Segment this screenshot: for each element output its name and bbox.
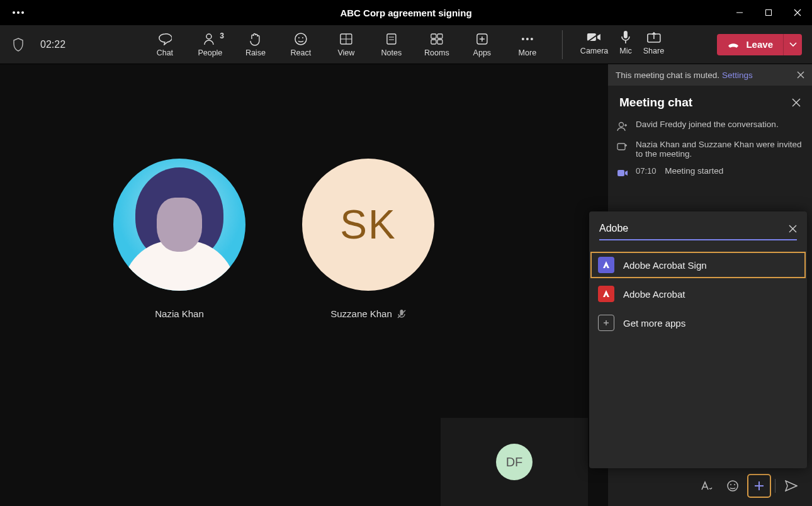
emoji-icon[interactable] (722, 475, 743, 497)
chat-close-icon[interactable] (792, 98, 801, 107)
svg-rect-36 (617, 170, 624, 176)
svg-point-34 (619, 123, 624, 127)
chat-icon (158, 32, 172, 46)
svg-point-7 (302, 37, 303, 38)
title-bar: ABC Corp agreement signing (0, 0, 812, 25)
svg-rect-14 (431, 34, 436, 38)
app-search-input[interactable] (599, 223, 789, 234)
format-icon[interactable] (696, 475, 717, 497)
svg-rect-1 (766, 10, 772, 16)
people-icon (203, 32, 217, 46)
avatar: SK (302, 159, 434, 291)
add-app-icon[interactable] (748, 475, 770, 497)
react-tab[interactable]: React (284, 30, 318, 59)
chat-title: Meeting chat (619, 96, 692, 110)
more-tab[interactable]: More (510, 30, 544, 59)
raise-hand-tab[interactable]: Raise (239, 30, 273, 59)
self-avatar: DF (496, 444, 533, 480)
window-title: ABC Corp agreement signing (340, 8, 471, 18)
compose-bar (608, 471, 812, 501)
chat-header: Meeting chat (608, 86, 812, 116)
person-add-icon (617, 121, 628, 132)
banner-close-icon[interactable] (797, 71, 804, 79)
svg-rect-16 (431, 40, 436, 44)
toolbar-divider (562, 30, 563, 59)
svg-point-42 (730, 484, 731, 485)
notes-icon (386, 32, 397, 46)
elapsed-time: 02:22 (40, 39, 65, 50)
app-result-acrobat[interactable]: Adobe Acrobat (589, 279, 807, 308)
leave-button[interactable]: Leave (717, 34, 783, 55)
leave-dropdown[interactable] (783, 34, 802, 55)
svg-rect-26 (624, 31, 628, 38)
mic-muted-icon (397, 309, 406, 319)
maximize-button[interactable] (754, 0, 783, 25)
svg-point-6 (298, 37, 300, 38)
camera-toggle[interactable]: Camera (580, 30, 608, 59)
chevron-down-icon (789, 42, 797, 47)
plus-box-icon (598, 315, 614, 331)
chat-settings-link[interactable]: Settings (722, 70, 753, 80)
hand-icon (249, 32, 262, 46)
svg-point-23 (531, 38, 533, 40)
rooms-tab[interactable]: Rooms (420, 30, 454, 59)
person-invite-icon (617, 141, 628, 152)
svg-rect-15 (437, 34, 443, 38)
mic-icon (621, 30, 631, 44)
apps-icon (476, 32, 488, 46)
apps-tab[interactable]: Apps (465, 30, 499, 59)
svg-rect-17 (437, 40, 443, 44)
notes-tab[interactable]: Notes (375, 30, 409, 59)
people-tab[interactable]: 3 People (193, 30, 227, 59)
adobe-acrobat-icon (598, 286, 614, 302)
grid-icon (340, 32, 352, 46)
rooms-icon (431, 32, 443, 46)
avatar-initials: SK (340, 201, 396, 248)
share-icon (646, 30, 660, 44)
avatar (113, 159, 245, 291)
participant-tile-1[interactable]: Nazia Khan (113, 159, 245, 319)
self-video-tile[interactable]: DF (441, 418, 588, 506)
participant-name: Suzzane Khan (330, 308, 392, 319)
chat-tab[interactable]: Chat (148, 30, 182, 59)
send-icon[interactable] (781, 475, 802, 497)
chat-system-message: David Freddy joined the conversation. (617, 120, 803, 132)
svg-point-4 (206, 34, 211, 39)
view-tab[interactable]: View (329, 30, 363, 59)
hangup-icon (727, 41, 740, 48)
mic-toggle[interactable]: Mic (619, 30, 631, 59)
svg-point-41 (728, 481, 738, 491)
clear-search-icon[interactable] (789, 225, 797, 233)
app-result-get-more[interactable]: Get more apps (589, 308, 807, 337)
compose-divider (775, 479, 775, 493)
svg-point-43 (734, 484, 735, 485)
close-button[interactable] (783, 0, 812, 25)
ellipsis-icon (521, 32, 534, 46)
svg-point-22 (526, 38, 529, 40)
chat-system-message: Nazia Khan and Suzzane Khan were invited… (617, 140, 803, 159)
minimize-button[interactable] (725, 0, 754, 25)
participant-tile-2[interactable]: SK Suzzane Khan (302, 159, 434, 319)
svg-point-5 (295, 33, 307, 45)
app-search-popover: Adobe Acrobat Sign Adobe Acrobat Get mor… (589, 211, 807, 468)
svg-rect-11 (387, 34, 396, 44)
shield-icon[interactable] (13, 38, 24, 52)
app-result-acrobat-sign[interactable]: Adobe Acrobat Sign (589, 250, 807, 279)
meeting-toolbar: 02:22 Chat 3 People Raise React View Not… (0, 25, 812, 64)
smiley-icon (294, 32, 308, 46)
adobe-sign-icon (598, 257, 614, 273)
svg-point-21 (522, 38, 524, 40)
more-icon[interactable] (13, 11, 24, 14)
chat-meeting-started: 07:10 Meeting started (617, 166, 803, 179)
people-count: 3 (220, 31, 224, 40)
svg-rect-35 (617, 143, 625, 150)
participant-name: Nazia Khan (155, 308, 204, 319)
video-icon (617, 167, 628, 179)
camera-off-icon (587, 30, 602, 44)
share-button[interactable]: Share (643, 30, 664, 59)
chat-muted-banner: This meeting chat is muted. Settings (608, 64, 812, 86)
